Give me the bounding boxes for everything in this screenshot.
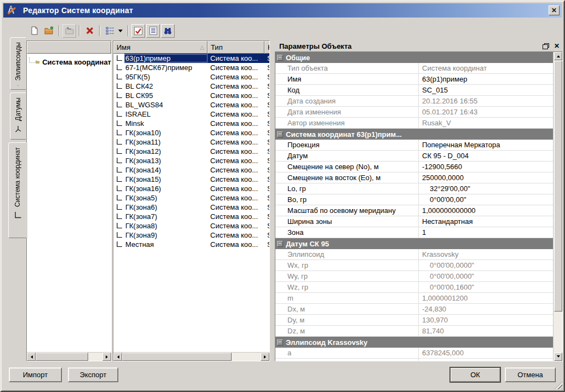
list-item[interactable]: ГК(зона7)Система коо...S (113, 212, 269, 221)
section-header[interactable]: −Система координат 63(p1)прим... (275, 129, 553, 140)
list-item-type: Система коо... (207, 73, 264, 81)
column-header-name[interactable]: Имя △ (113, 41, 207, 54)
list-item-name: BL СК42 (124, 82, 207, 90)
list-item[interactable]: ГК(зона9)Система коо...S (113, 230, 269, 240)
property-value[interactable]: 250000,0000 (419, 174, 553, 182)
scroll-right-button[interactable] (261, 353, 269, 361)
property-value[interactable]: -12900,5660 (419, 163, 553, 171)
section-header[interactable]: −Датум СК 95 (275, 238, 553, 249)
checkbox-filter-button[interactable] (131, 24, 145, 38)
tab-datums[interactable]: Датумы (10, 93, 26, 140)
parent-folder-button[interactable] (62, 24, 76, 38)
tab-ellipsoids[interactable]: Эллипсоиды (10, 37, 26, 90)
window-close-button[interactable]: ✕ (549, 5, 560, 15)
list-item[interactable]: ГК(зона12)Система коо...S (113, 147, 269, 156)
property-row[interactable]: Смещение на восток (Eo), м250000,0000 (275, 172, 553, 183)
property-row[interactable]: Смещение на север (No), м-12900,5660 (275, 162, 553, 172)
open-folder-button[interactable] (42, 24, 56, 38)
scroll-thumb[interactable] (122, 353, 232, 361)
property-value[interactable]: 1 (419, 228, 553, 237)
property-value[interactable]: Поперечная Меркатора (419, 141, 553, 149)
view-mode-dropdown-icon[interactable] (118, 30, 123, 34)
scroll-left-button[interactable] (27, 353, 36, 361)
view-mode-button[interactable] (103, 24, 117, 38)
section-header[interactable]: −Общие (275, 52, 553, 63)
property-value[interactable]: СК 95 - D_004 (419, 152, 553, 160)
list-item[interactable]: ГК(зона15)Система коо...S (113, 175, 269, 184)
list-item[interactable]: 95ГК(5)Система коо...S (113, 72, 269, 82)
property-row[interactable]: Bo, гр0°00'00,00" (275, 194, 553, 205)
export-button[interactable]: Экспорт (68, 367, 118, 382)
delete-button[interactable] (83, 24, 96, 38)
property-value: 0°00'00,1600" (419, 283, 553, 291)
list-horizontal-scrollbar[interactable] (113, 352, 269, 361)
new-document-button[interactable] (27, 24, 41, 38)
cs-list-rows: 63(p1)примерСистема коо...S67-1(МСК67)пр… (113, 54, 269, 352)
list-item[interactable]: MinskСистема коо...S (113, 119, 269, 128)
scroll-thumb[interactable] (36, 353, 88, 361)
coordinate-axis-icon (113, 221, 124, 230)
list-item[interactable]: ГК(зона8)Система коо...S (113, 221, 269, 230)
list-item[interactable]: ISRAELСистема коо...S (113, 109, 269, 119)
list-item[interactable]: ГК(зона5)Система коо...S (113, 193, 269, 203)
property-value[interactable]: SC_015 (419, 86, 553, 94)
tab-coordinate-systems[interactable]: Система координат (8, 142, 26, 238)
list-item[interactable]: 67-1(МСК67)примерСистема коо...S (113, 63, 269, 72)
scroll-up-button[interactable] (554, 52, 562, 60)
list-item[interactable]: ГК(зона13)Система коо...S (113, 156, 269, 165)
scroll-thumb[interactable] (554, 61, 562, 312)
list-item-type: Система коо... (207, 185, 264, 193)
collapse-icon[interactable]: − (277, 339, 283, 345)
property-row[interactable]: Зона1 (275, 227, 553, 238)
property-value[interactable]: 1,000000000000 (419, 206, 553, 215)
cancel-button[interactable]: Отмена (505, 367, 556, 382)
property-row[interactable]: Ширина зоныНестандартная (275, 216, 553, 227)
property-row[interactable]: Lo, гр32°29'00,00" (275, 183, 553, 194)
property-row[interactable]: Имя63(p1)пример (275, 74, 553, 85)
list-item[interactable]: ГК(зона16)Система коо...S (113, 184, 269, 193)
import-button[interactable]: Импорт (9, 367, 62, 382)
property-value: Krassovsky (419, 250, 553, 258)
property-row[interactable]: ПроекцияПоперечная Меркатора (275, 140, 553, 151)
list-item[interactable]: ГК(зона10)Система коо...S (113, 128, 269, 137)
scroll-right-button[interactable] (102, 353, 111, 361)
section-header[interactable]: −Эллипсоид Krassovsky (275, 337, 553, 348)
property-value[interactable]: Нестандартная (419, 217, 553, 226)
property-label: Эллипсоид (275, 249, 419, 260)
resize-grip[interactable] (555, 382, 562, 389)
list-item[interactable]: BL СК95Система коо...S (113, 91, 269, 100)
list-item-code: S (264, 64, 269, 72)
property-value[interactable]: 32°29'00,00" (419, 185, 553, 193)
coordinate-axis-icon (113, 165, 124, 175)
collapse-icon[interactable]: − (277, 55, 283, 61)
ok-button[interactable]: ОК (450, 367, 500, 382)
tree-root-item[interactable]: Система координат (27, 57, 111, 67)
coordinate-axis-icon (113, 54, 124, 63)
property-value[interactable]: 63(p1)пример (419, 75, 553, 83)
close-panel-icon[interactable]: ✕ (554, 43, 560, 49)
list-item[interactable]: 63(p1)примерСистема коо...S (113, 54, 269, 63)
list-item[interactable]: BL_WGS84Система коо...S (113, 100, 269, 109)
text-view-button[interactable] (146, 24, 160, 38)
find-button[interactable] (161, 24, 175, 38)
list-item[interactable]: BL СК42Система коо...S (113, 82, 269, 91)
float-panel-icon[interactable] (543, 43, 549, 49)
property-value[interactable]: 0°00'00,00" (419, 195, 553, 204)
property-row[interactable]: Масштаб по осевому меридиану1,0000000000… (275, 205, 553, 216)
collapse-icon[interactable]: − (277, 241, 283, 247)
scroll-down-button[interactable] (554, 353, 562, 361)
grid-vertical-scrollbar[interactable] (553, 52, 562, 361)
list-item[interactable]: МестнаяСистема коо...S (113, 240, 269, 249)
list-item[interactable]: ГК(зона11)Система коо...S (113, 137, 269, 147)
tree-branch-line (29, 57, 35, 63)
property-row[interactable]: КодSC_015 (275, 85, 553, 96)
list-item[interactable]: ГК(зона14)Система коо...S (113, 165, 269, 175)
scroll-left-button[interactable] (113, 353, 122, 361)
column-header-type[interactable]: Тип (207, 41, 264, 54)
collapse-icon[interactable]: − (277, 131, 283, 137)
column-header-code[interactable]: К (264, 41, 270, 54)
property-label: Bo, гр (275, 194, 419, 205)
list-item[interactable]: ГК(зона6)Система коо...S (113, 203, 269, 212)
tree-horizontal-scrollbar[interactable] (27, 352, 111, 361)
property-row[interactable]: ДатумСК 95 - D_004 (275, 151, 553, 162)
